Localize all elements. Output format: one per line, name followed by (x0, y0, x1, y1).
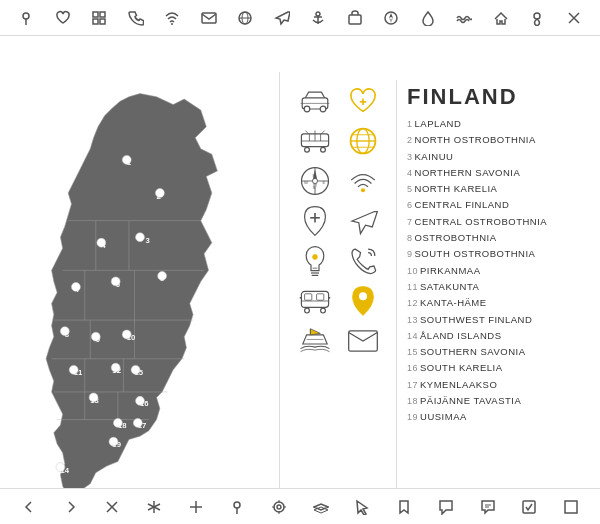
wave-icon[interactable] (453, 7, 475, 29)
svg-point-110 (305, 308, 310, 313)
region-list-item: 6CENTRAL FINLAND (407, 197, 588, 213)
location-icon[interactable] (526, 7, 548, 29)
arrow-right-icon[interactable] (60, 496, 82, 518)
svg-point-5 (171, 23, 173, 25)
svg-point-64 (122, 330, 131, 339)
icon-row-4 (286, 202, 392, 240)
svg-text:3: 3 (145, 236, 150, 245)
arrow-left-icon[interactable] (18, 496, 40, 518)
svg-marker-16 (389, 18, 393, 23)
country-title: FINLAND (407, 84, 588, 110)
svg-point-117 (359, 292, 367, 300)
svg-rect-6 (202, 13, 216, 23)
layers-icon[interactable] (310, 496, 332, 518)
svg-point-60 (111, 277, 120, 286)
cursor-icon[interactable] (351, 496, 373, 518)
region-list-item: 14ÅLAND ISLANDS (407, 328, 588, 344)
right-panel: N S W E (280, 72, 600, 524)
region-list-item: 18PÄIJÄNNE TAVASTIA (407, 393, 588, 409)
region-list-item: 13SOUTHWEST FINLAND (407, 312, 588, 328)
bookmark-icon[interactable] (393, 496, 415, 518)
heart-icon[interactable] (52, 7, 74, 29)
target-icon[interactable] (268, 496, 290, 518)
svg-rect-3 (93, 19, 98, 24)
heart-plus-icon-box (341, 83, 385, 119)
svg-point-62 (60, 327, 69, 336)
svg-point-10 (316, 12, 320, 16)
svg-text:S: S (312, 185, 315, 190)
phone-icon[interactable] (125, 7, 147, 29)
region-list-item: 3KAINUU (407, 149, 588, 165)
plus-icon[interactable] (185, 496, 207, 518)
svg-rect-114 (317, 294, 324, 300)
icon-row-1 (286, 82, 392, 120)
main-content: 1 2 3 4 5 6 7 8 9 10 11 12 13 14 15 16 1… (0, 72, 600, 524)
region-list-item: 16SOUTH KARELIA (407, 360, 588, 376)
svg-point-130 (277, 505, 281, 509)
close2-icon[interactable] (101, 496, 123, 518)
car-icon-box (293, 83, 337, 119)
svg-point-129 (274, 502, 284, 512)
icon-row-7 (286, 322, 392, 360)
svg-rect-13 (349, 15, 361, 24)
email-icon[interactable] (198, 7, 220, 29)
bag-icon[interactable] (344, 7, 366, 29)
svg-point-66 (111, 363, 120, 372)
location-pin-yellow-icon-box (341, 283, 385, 319)
house-icon[interactable] (490, 7, 512, 29)
phone2-icon-box (341, 243, 385, 279)
region-list-item: 10PIRKANMAA (407, 263, 588, 279)
svg-marker-15 (389, 13, 393, 18)
checkbox-icon[interactable] (518, 496, 540, 518)
svg-rect-2 (100, 12, 105, 17)
region-list-item: 17KYMENLAAKSO (407, 377, 588, 393)
finland-map: 1 2 3 4 5 6 7 8 9 10 11 12 13 14 15 16 1… (10, 88, 270, 508)
asterisk-icon[interactable] (143, 496, 165, 518)
airplane-icon-box (341, 203, 385, 239)
x-icon[interactable] (563, 7, 585, 29)
chat-icon[interactable] (435, 496, 457, 518)
svg-point-68 (56, 463, 65, 472)
wifi-icon[interactable] (161, 7, 183, 29)
svg-point-76 (320, 106, 326, 112)
medic-pin-icon-box (293, 203, 337, 239)
region-list-item: 5NORTH KARELIA (407, 181, 588, 197)
svg-point-108 (313, 255, 318, 260)
location2-icon[interactable] (226, 496, 248, 518)
svg-rect-138 (565, 501, 577, 513)
svg-point-56 (155, 189, 164, 198)
pin-icon[interactable] (15, 7, 37, 29)
vertical-divider (396, 80, 397, 516)
region-list-item: 11SATAKUNTA (407, 279, 588, 295)
globe-icon[interactable] (234, 7, 256, 29)
lightbulb-icon-box (293, 243, 337, 279)
svg-point-70 (135, 396, 144, 405)
email2-icon-box (341, 323, 385, 359)
region-list-item: 2NORTH OSTROBOTHNIA (407, 132, 588, 148)
svg-point-82 (321, 147, 326, 152)
anchor-icon[interactable] (307, 7, 329, 29)
icons-column: N S W E (284, 80, 394, 516)
drop-icon[interactable] (417, 7, 439, 29)
speech-icon[interactable] (477, 496, 499, 518)
bottom-toolbar (0, 488, 600, 524)
svg-point-61 (71, 283, 80, 292)
region-list-item: 19UUSIMAA (407, 409, 588, 425)
svg-point-72 (113, 418, 122, 427)
svg-point-73 (109, 437, 118, 446)
grid-icon[interactable] (88, 7, 110, 29)
square-icon[interactable] (560, 496, 582, 518)
svg-point-65 (69, 365, 78, 374)
svg-point-0 (23, 13, 29, 19)
region-list-item: 15SOUTHERN SAVONIA (407, 344, 588, 360)
svg-text:W: W (304, 180, 308, 185)
svg-point-57 (135, 233, 144, 242)
icon-row-5 (286, 242, 392, 280)
svg-point-59 (157, 271, 166, 280)
compass-icon[interactable] (380, 7, 402, 29)
svg-point-102 (361, 188, 365, 192)
globe-icon-box (341, 123, 385, 159)
svg-point-111 (321, 308, 326, 313)
plane-icon[interactable] (271, 7, 293, 29)
svg-point-58 (96, 238, 105, 247)
